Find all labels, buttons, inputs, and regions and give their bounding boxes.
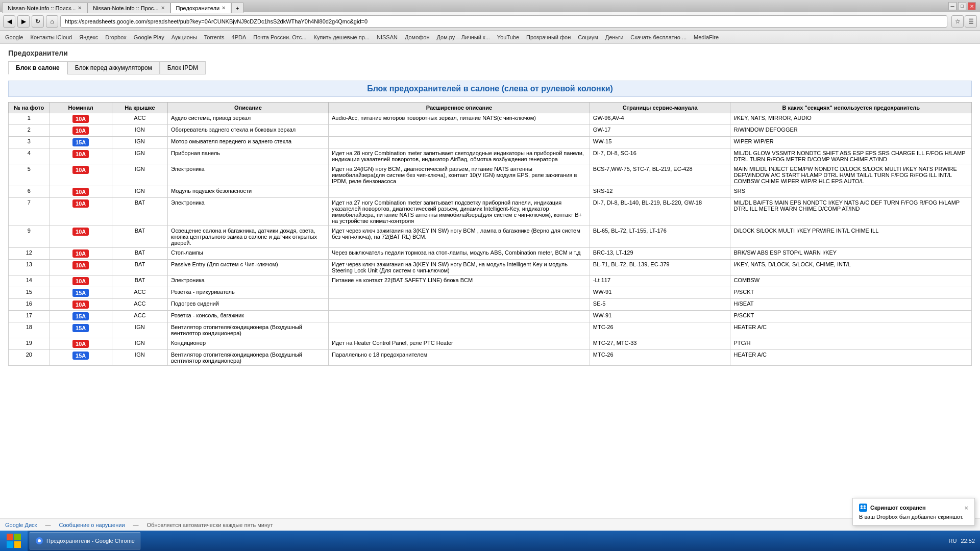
svg-rect-3 — [14, 541, 21, 548]
cell-stranicy: GW-96,AV-4 — [590, 113, 730, 125]
back-button[interactable]: ◀ — [3, 15, 15, 28]
bookmark-mediafire[interactable]: MediaFire — [692, 33, 721, 41]
cell-rasshirennoe: Идет на 27 ногу Combination meter запиты… — [328, 198, 590, 226]
badge-nominal: 15A — [72, 312, 89, 320]
cell-num: 7 — [9, 198, 50, 226]
cell-rasshirennoe: Audio-Acc, питание моторов поворотных зе… — [328, 113, 590, 125]
bookmark-youtube[interactable]: YouTube — [495, 33, 521, 41]
bookmark-dengi[interactable]: Деньги — [603, 33, 626, 41]
badge-nominal: 10A — [72, 277, 89, 285]
address-bar[interactable] — [60, 15, 947, 28]
cell-stranicy: -Lt 117 — [590, 276, 730, 287]
tab-1[interactable]: Nissan-Note.info :: Поиск... ✕ — [2, 3, 87, 13]
tab-3-close[interactable]: ✕ — [222, 5, 226, 11]
cell-rasshirennoe — [328, 322, 590, 338]
tab-ipdm[interactable]: Блок IPDM — [160, 61, 206, 74]
bookmark-domofon[interactable]: Домофон — [403, 33, 432, 41]
toast-header: Скриншот сохранен × — [859, 504, 968, 512]
col-header-sekcii: В каких "секциях" используется предохран… — [730, 103, 972, 113]
cell-num: 18 — [9, 322, 50, 338]
cell-rasshirennoe — [328, 311, 590, 322]
cell-opisanie: Модуль подушек безопасности — [168, 186, 329, 198]
close-button[interactable]: ✕ — [968, 2, 976, 10]
dropbox-icon — [859, 504, 867, 512]
cell-sekcii: I/KEY, NATS, D/LOCK, S/LOCK, CHIME, INT/… — [730, 260, 972, 276]
bookmark-4pda[interactable]: 4PDA — [230, 33, 249, 41]
bookmark-google[interactable]: Google — [3, 33, 25, 41]
settings-button[interactable]: ☰ — [965, 15, 977, 28]
footer-sep1: — — [45, 522, 51, 528]
cell-num: 9 — [9, 226, 50, 248]
bookmark-skachat[interactable]: Скачать бесплатно ... — [628, 33, 689, 41]
tab-3[interactable]: Предохранители ✕ — [170, 3, 232, 13]
cell-sekcii: MIL/DL BA/FTS MAIN EPS NONDTC I/KEY NATS… — [730, 198, 972, 226]
badge-nominal: 10A — [72, 166, 89, 174]
cell-stranicy: GW-17 — [590, 125, 730, 137]
cell-num: 5 — [9, 164, 50, 186]
bookmark-torrents[interactable]: Torrents — [202, 33, 227, 41]
table-row: 5 10A IGN Электроника Идет на 24(IGN) но… — [9, 164, 972, 186]
footer-narushenie[interactable]: Сообщение о нарушении — [59, 522, 125, 528]
bookmark-pochta[interactable]: Почта России. Отс... — [251, 33, 308, 41]
cell-opisanie: Мотор омывателя переднего и заднего стек… — [168, 137, 329, 148]
bookmark-gplay[interactable]: Google Play — [132, 33, 166, 41]
col-header-opisanie: Описание — [168, 103, 329, 113]
home-button[interactable]: ⌂ — [46, 15, 58, 28]
cell-num: 14 — [9, 276, 50, 287]
tab-akk[interactable]: Блок перед аккумулятором — [67, 61, 160, 74]
cell-opisanie: Электроника — [168, 276, 329, 287]
table-row: 18 15A IGN Вентилятор отопителя/кондицио… — [9, 322, 972, 338]
footer-autoupdate: Обновляется автоматически каждые пять ми… — [147, 522, 273, 528]
table-row: 3 15A IGN Мотор омывателя переднего и за… — [9, 137, 972, 148]
bookmark-nissan[interactable]: NISSAN — [375, 33, 400, 41]
toast-close-button[interactable]: × — [964, 504, 968, 512]
toast-title-text: Скриншот сохранен — [870, 505, 926, 511]
taskbar-btn-chrome[interactable]: Предохранители - Google Chrome — [30, 532, 140, 549]
footer-google-disk[interactable]: Google Диск — [5, 522, 37, 528]
bookmark-dropbox[interactable]: Dropbox — [103, 33, 129, 41]
bookmark-domru[interactable]: Дом.ру – Личный к... — [435, 33, 492, 41]
cell-nakryshke: ACC — [112, 311, 167, 322]
bookmark-prozrachny[interactable]: Прозрачный фон — [524, 33, 573, 41]
forward-button[interactable]: ▶ — [17, 15, 30, 28]
minimize-button[interactable]: ─ — [948, 2, 957, 10]
cell-nominal: 10A — [50, 125, 112, 137]
cell-opisanie: Освещение салона и багажника, датчики до… — [168, 226, 329, 248]
table-row: 4 10A IGN Приборная панель Идет на 28 но… — [9, 148, 972, 164]
tab-salon[interactable]: Блок в салоне — [8, 61, 67, 74]
bookmark-auctions[interactable]: Аукционы — [169, 33, 199, 41]
cell-nominal: 15A — [50, 322, 112, 338]
reload-button[interactable]: ↻ — [32, 15, 44, 28]
badge-nominal: 15A — [72, 324, 89, 332]
badge-nominal: 10A — [72, 115, 89, 123]
new-tab-button[interactable]: + — [231, 3, 243, 13]
bookmark-yandex[interactable]: Яндекс — [77, 33, 100, 41]
bookmark-contacts[interactable]: Контакты iCloud — [28, 33, 74, 41]
bookmark-star[interactable]: ☆ — [951, 15, 964, 28]
tab-2[interactable]: Nissan-Note.info :: Проc... ✕ — [87, 3, 170, 13]
cell-opisanie: Электроника — [168, 198, 329, 226]
bookmark-socium[interactable]: Социум — [576, 33, 600, 41]
badge-nominal: 15A — [72, 138, 89, 146]
bookmark-kupit[interactable]: Купить дешевые пр... — [311, 33, 371, 41]
cell-rasshirennoe: Идет на 28 ногу Combination meter запиты… — [328, 148, 590, 164]
page-footer: Google Диск — Сообщение о нарушении — Об… — [0, 518, 980, 531]
cell-stranicy: WW-91 — [590, 311, 730, 322]
cell-sekcii: D/LOCK S/LOCK MULTI I/KEY PRWIRE INT/L C… — [730, 226, 972, 248]
badge-nominal: 15A — [72, 352, 89, 360]
cell-nakryshke: IGN — [112, 186, 167, 198]
cell-stranicy: BL-65, BL-72, LT-155, LT-176 — [590, 226, 730, 248]
cell-stranicy: SRS-12 — [590, 186, 730, 198]
cell-rasshirennoe: Идет через ключ зажигания на 3(KEY IN SW… — [328, 260, 590, 276]
data-table: № на фото Номинал На крышке Описание Рас… — [8, 102, 972, 366]
cell-nominal: 10A — [50, 276, 112, 287]
maximize-button[interactable]: □ — [958, 2, 966, 10]
cell-sekcii: I/KEY, NATS, MIRROR, AUDIO — [730, 113, 972, 125]
tab-1-close[interactable]: ✕ — [78, 5, 82, 11]
cell-opisanie: Passive Entry (Для систем с Чип-ключом) — [168, 260, 329, 276]
tabs-bar: Nissan-Note.info :: Поиск... ✕ Nissan-No… — [2, 0, 946, 12]
start-button[interactable] — [0, 531, 28, 551]
tab-2-close[interactable]: ✕ — [161, 5, 165, 11]
table-row: 14 10A BAT Электроника Питание на контак… — [9, 276, 972, 287]
cell-rasshirennoe: Идет через ключ зажигания на 3(KEY IN SW… — [328, 226, 590, 248]
